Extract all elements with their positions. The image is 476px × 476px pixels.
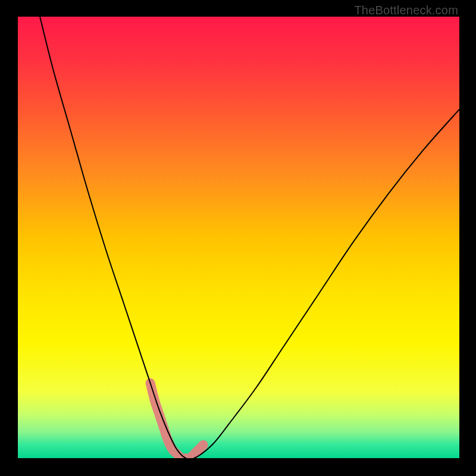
chart-stage: TheBottleneck.com	[0, 0, 476, 476]
plot-area	[18, 17, 459, 458]
gradient-background	[18, 17, 459, 458]
watermark-text: TheBottleneck.com	[354, 4, 458, 17]
chart-svg	[18, 17, 459, 458]
